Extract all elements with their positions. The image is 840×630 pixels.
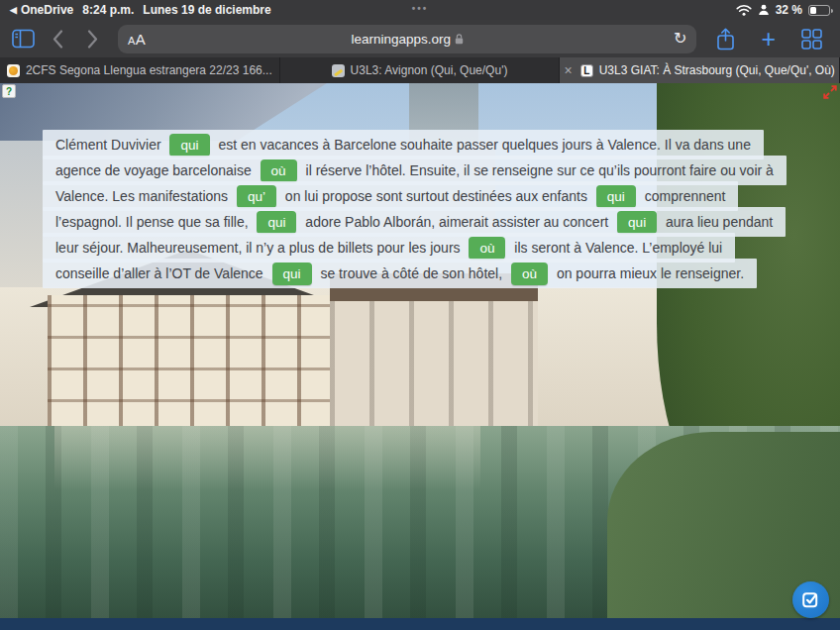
- answer-chip[interactable]: qu’: [237, 185, 276, 208]
- cloze-text: Clément Duvivier qui est en vacances à B…: [43, 132, 778, 286]
- tab-avignon[interactable]: U3L3: Avignon (Qui, Que/Qu'): [280, 57, 561, 83]
- clock: 8:24 p.m.: [82, 3, 134, 17]
- back-triangle-icon: ◀: [10, 5, 17, 15]
- return-to-app-button[interactable]: ◀ OneDrive: [10, 3, 73, 17]
- battery-fill: [810, 7, 816, 14]
- cloze-segment: se trouve à côté de son hôtel,: [317, 265, 506, 281]
- multitask-handle[interactable]: •••: [412, 3, 429, 14]
- wifi-icon: [736, 5, 752, 16]
- tab-bar: 2CFS Segona Llengua estrangera 22/23 166…: [0, 57, 840, 83]
- answer-chip[interactable]: où: [261, 159, 297, 182]
- photo-house: [330, 301, 538, 434]
- answer-chip[interactable]: qui: [169, 134, 209, 157]
- reload-icon[interactable]: ↻: [674, 31, 686, 47]
- answer-chip[interactable]: qui: [596, 185, 636, 208]
- cloze-segment: on lui propose sont surtout destinées au…: [281, 188, 591, 204]
- tab-moodle-course[interactable]: 2CFS Segona Llengua estrangera 22/23 166…: [0, 57, 280, 83]
- battery-icon: [808, 5, 830, 16]
- battery-percent: 32 %: [776, 3, 802, 17]
- share-icon[interactable]: [716, 28, 735, 51]
- forward-icon[interactable]: [87, 30, 98, 49]
- back-icon[interactable]: [52, 30, 63, 49]
- sidebar-icon[interactable]: [12, 29, 35, 49]
- help-icon[interactable]: ?: [2, 84, 16, 98]
- tab-strasbourg-active[interactable]: × L U3L3 GIAT: À Strasbourg (Qui, Que/Qu…: [560, 57, 840, 83]
- cloze-exercise-panel: Clément Duvivier qui est en vacances à B…: [43, 132, 778, 286]
- answer-chip[interactable]: où: [469, 237, 505, 260]
- close-tab-icon[interactable]: ×: [565, 62, 573, 78]
- new-tab-icon[interactable]: +: [761, 29, 776, 49]
- photo-bottom-strip: [0, 618, 840, 630]
- answer-chip[interactable]: qui: [257, 211, 296, 234]
- date: Lunes 19 de diciembre: [143, 3, 270, 17]
- reader-aa-button[interactable]: AA: [128, 31, 146, 48]
- check-answer-button[interactable]: [792, 581, 829, 618]
- photo-house-reflection: [54, 426, 480, 489]
- answer-chip[interactable]: qui: [272, 262, 312, 285]
- user-icon: [758, 4, 770, 16]
- learningapps-favicon-icon: L: [580, 64, 593, 77]
- answer-chip[interactable]: où: [511, 262, 548, 285]
- moodle-favicon-icon: [7, 64, 20, 77]
- cloze-segment: Clément Duvivier: [55, 137, 164, 153]
- cloze-segment: adore Pablo Alborán, aimerait assister a…: [301, 214, 612, 230]
- answer-chip[interactable]: qui: [617, 211, 657, 234]
- cloze-segment: on pourra mieux le renseigner.: [553, 265, 744, 281]
- tabs-icon[interactable]: [801, 29, 822, 50]
- tab-title: U3L3: Avignon (Qui, Que/Qu'): [351, 63, 508, 77]
- photo-half-timbered-house: [48, 295, 330, 434]
- status-bar: ◀ OneDrive 8:24 p.m. Lunes 19 de diciemb…: [0, 0, 840, 20]
- page-content: ? Clément Duvivier qui est en vacances à…: [0, 83, 840, 630]
- ipad-screen: ◀ OneDrive 8:24 p.m. Lunes 19 de diciemb…: [0, 0, 840, 630]
- url-text: learningapps.org: [351, 32, 451, 47]
- doc-favicon-icon: [332, 64, 345, 77]
- return-app-label: OneDrive: [21, 3, 73, 17]
- address-bar[interactable]: AA learningapps.org ↻: [118, 25, 696, 53]
- browser-toolbar: AA learningapps.org ↻ +: [0, 20, 840, 57]
- tab-title: U3L3 GIAT: À Strasbourg (Qui, Que/Qu', O…: [599, 63, 835, 77]
- lock-icon: [455, 34, 464, 45]
- tab-title: 2CFS Segona Llengua estrangera 22/23 166…: [26, 63, 272, 77]
- check-task-icon: [801, 590, 820, 609]
- fullscreen-icon[interactable]: [823, 85, 837, 99]
